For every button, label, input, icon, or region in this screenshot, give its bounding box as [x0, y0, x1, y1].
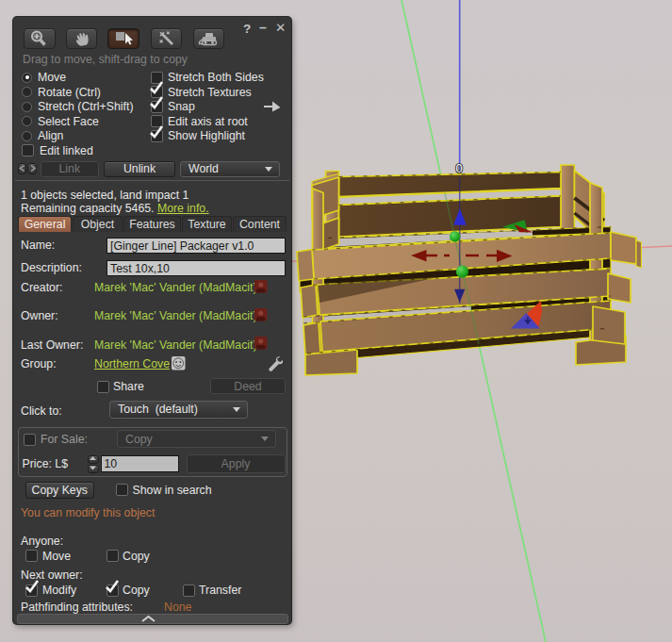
svg-text:0: 0: [455, 161, 462, 175]
